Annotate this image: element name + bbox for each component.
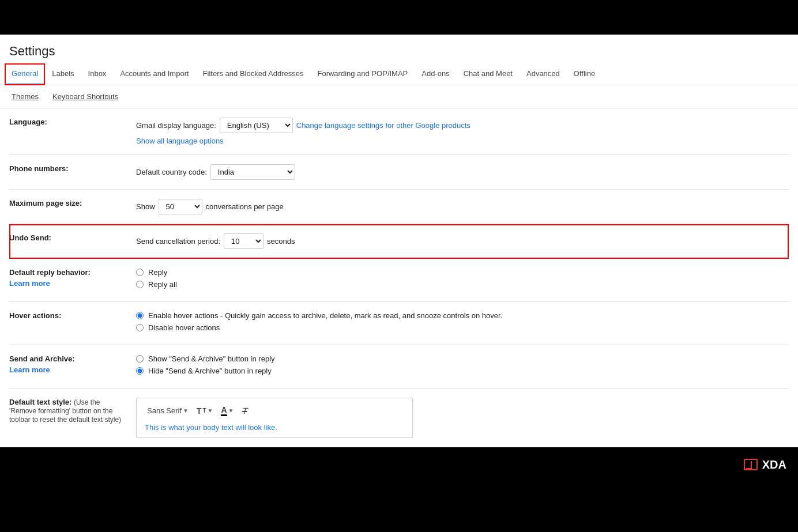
text-style-toolbar: Sans Serif ▼ T T ▼ A ▼ T bbox=[145, 404, 404, 417]
show-send-archive-radio[interactable] bbox=[136, 355, 144, 363]
language-row: Language: Gmail display language: Englis… bbox=[9, 108, 789, 155]
font-size-icon-t: T bbox=[202, 408, 206, 414]
hover-actions-control: Enable hover actions - Quickly gain acce… bbox=[136, 311, 789, 335]
cancellation-period-select[interactable]: 5 10 20 30 bbox=[224, 233, 264, 249]
hover-actions-row: Hover actions: Enable hover actions - Qu… bbox=[9, 302, 789, 345]
send-archive-learn-more[interactable]: Learn more bbox=[9, 365, 125, 374]
text-color-icon: A bbox=[221, 405, 227, 416]
nav-tab-labels[interactable]: Labels bbox=[45, 63, 81, 85]
reply-all-option[interactable]: Reply all bbox=[136, 280, 789, 289]
nav-tab-filters[interactable]: Filters and Blocked Addresses bbox=[196, 63, 311, 85]
main-container: Settings GeneralLabelsInboxAccounts and … bbox=[0, 35, 798, 447]
undo-send-label: Undo Send: bbox=[9, 233, 136, 242]
nav-tab-accounts[interactable]: Accounts and Import bbox=[113, 63, 195, 85]
font-family-label: Sans Serif bbox=[147, 406, 182, 415]
nav-tab-offline[interactable]: Offline bbox=[567, 63, 602, 85]
enable-hover-option[interactable]: Enable hover actions - Quickly gain acce… bbox=[136, 311, 789, 320]
max-page-size-control: Show 10 15 20 25 50 100 conversations pe… bbox=[136, 199, 789, 214]
seconds-label: seconds bbox=[267, 237, 295, 246]
nav-tab-inbox[interactable]: Inbox bbox=[81, 63, 114, 85]
font-size-icon: T bbox=[197, 406, 202, 416]
hide-send-archive-option[interactable]: Hide "Send & Archive" button in reply bbox=[136, 367, 789, 375]
text-style-box: Sans Serif ▼ T T ▼ A ▼ T bbox=[136, 398, 413, 438]
remove-format-icon: T̶ bbox=[242, 406, 247, 416]
undo-send-control: Send cancellation period: 5 10 20 30 sec… bbox=[136, 233, 789, 249]
font-family-selector[interactable]: Sans Serif ▼ bbox=[145, 405, 191, 416]
max-page-size-label: Maximum page size: bbox=[9, 199, 136, 207]
font-family-arrow: ▼ bbox=[183, 408, 189, 414]
show-label: Show bbox=[136, 202, 155, 211]
reply-label: Reply bbox=[148, 268, 167, 277]
language-label: Language: bbox=[9, 118, 136, 126]
show-all-languages-link[interactable]: Show all language options bbox=[136, 137, 224, 145]
hide-send-archive-radio[interactable] bbox=[136, 367, 144, 375]
text-color-button[interactable]: A ▼ bbox=[219, 404, 236, 417]
sub-nav-tab-themes[interactable]: Themes bbox=[5, 88, 46, 105]
nav-tab-advanced[interactable]: Advanced bbox=[520, 63, 567, 85]
show-send-archive-option[interactable]: Show "Send & Archive" button in reply bbox=[136, 354, 789, 363]
enable-hover-radio[interactable] bbox=[136, 312, 144, 319]
page-size-select[interactable]: 10 15 20 25 50 100 bbox=[159, 199, 202, 214]
font-size-arrow: ▼ bbox=[208, 408, 213, 414]
default-reply-label: Default reply behavior: Learn more bbox=[9, 268, 136, 288]
hide-send-archive-label: Hide "Send & Archive" button in reply bbox=[148, 367, 272, 375]
nav-tab-addons[interactable]: Add-ons bbox=[415, 63, 456, 85]
sub-nav-tab-keyboard[interactable]: Keyboard Shortcuts bbox=[46, 88, 125, 105]
hover-actions-label: Hover actions: bbox=[9, 311, 136, 320]
default-text-style-label: Default text style: (Use the 'Remove for… bbox=[9, 398, 136, 424]
default-reply-row: Default reply behavior: Learn more Reply… bbox=[9, 259, 789, 302]
default-reply-control: Reply Reply all bbox=[136, 268, 789, 292]
default-reply-learn-more[interactable]: Learn more bbox=[9, 279, 125, 288]
language-control: Gmail display language: English (US) Eng… bbox=[136, 118, 789, 145]
bottom-bar: XDA bbox=[0, 447, 798, 482]
font-size-button[interactable]: T T ▼ bbox=[194, 405, 216, 417]
disable-hover-label: Disable hover actions bbox=[148, 323, 220, 332]
phone-label: Phone numbers: bbox=[9, 164, 136, 173]
top-bar bbox=[0, 0, 798, 35]
language-select[interactable]: English (US) English (UK) Spanish French bbox=[220, 118, 293, 133]
nav-tab-forwarding[interactable]: Forwarding and POP/IMAP bbox=[310, 63, 415, 85]
xda-logo: XDA bbox=[744, 458, 786, 471]
undo-send-row: Undo Send: Send cancellation period: 5 1… bbox=[9, 224, 789, 259]
text-color-arrow: ▼ bbox=[228, 408, 234, 414]
change-language-link[interactable]: Change language settings for other Googl… bbox=[296, 121, 470, 130]
settings-content: Language: Gmail display language: Englis… bbox=[0, 108, 798, 447]
send-archive-row: Send and Archive: Learn more Show "Send … bbox=[9, 345, 789, 388]
xda-icon bbox=[744, 459, 758, 470]
disable-hover-radio[interactable] bbox=[136, 324, 144, 331]
language-control-label: Gmail display language: bbox=[136, 121, 216, 130]
max-page-size-row: Maximum page size: Show 10 15 20 25 50 1… bbox=[9, 190, 789, 224]
send-archive-label: Send and Archive: Learn more bbox=[9, 354, 136, 374]
send-cancellation-label: Send cancellation period: bbox=[136, 237, 220, 246]
sub-nav-tabs: ThemesKeyboard Shortcuts bbox=[0, 85, 798, 108]
page-title: Settings bbox=[0, 35, 798, 63]
country-code-select[interactable]: India United States United Kingdom Canad… bbox=[210, 164, 295, 180]
phone-control-label: Default country code: bbox=[136, 168, 207, 176]
enable-hover-label: Enable hover actions - Quickly gain acce… bbox=[148, 311, 502, 320]
send-archive-control: Show "Send & Archive" button in reply Hi… bbox=[136, 354, 789, 379]
phone-control: Default country code: India United State… bbox=[136, 164, 789, 180]
nav-tabs: GeneralLabelsInboxAccounts and ImportFil… bbox=[0, 63, 798, 85]
body-text-preview: This is what your body text will look li… bbox=[145, 423, 404, 432]
reply-all-radio[interactable] bbox=[136, 281, 144, 288]
reply-option[interactable]: Reply bbox=[136, 268, 789, 277]
default-text-style-control: Sans Serif ▼ T T ▼ A ▼ T bbox=[136, 398, 789, 438]
phone-numbers-row: Phone numbers: Default country code: Ind… bbox=[9, 155, 789, 190]
nav-tab-general[interactable]: General bbox=[5, 63, 45, 85]
xda-text: XDA bbox=[762, 458, 786, 471]
nav-tab-chat[interactable]: Chat and Meet bbox=[457, 63, 520, 85]
remove-format-button[interactable]: T̶ bbox=[240, 405, 250, 417]
disable-hover-option[interactable]: Disable hover actions bbox=[136, 323, 789, 332]
default-text-style-row: Default text style: (Use the 'Remove for… bbox=[9, 388, 789, 447]
reply-radio[interactable] bbox=[136, 269, 144, 276]
reply-all-label: Reply all bbox=[148, 280, 177, 289]
page-size-suffix: conversations per page bbox=[206, 202, 284, 211]
show-send-archive-label: Show "Send & Archive" button in reply bbox=[148, 354, 275, 363]
